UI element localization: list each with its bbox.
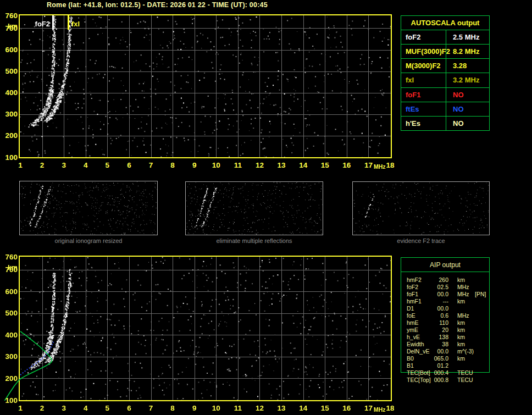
autoscala-param-value: NO [446, 91, 464, 99]
aip-param-name: TEC[Bot] [407, 369, 432, 377]
panel-eliminate-reflections [185, 181, 323, 235]
panel-caption-eliminate: eliminate multiple reflections [185, 237, 323, 244]
aip-param-name: foF1 [407, 291, 432, 298]
aip-param-value: 065.0 [432, 355, 448, 362]
aip-param-value: 38 [432, 341, 448, 348]
x-axis-tick: 14 [296, 161, 311, 169]
autoscala-param-value: 3.2 MHz [446, 76, 479, 84]
y-axis-tick: 600 [0, 46, 18, 54]
panel-caption-evidence: evidence F2 trace [352, 237, 490, 244]
autoscala-row-muf(3000)f2: MUF(3000)F28.2 MHz [401, 45, 489, 59]
aip-param-value: 110 [432, 319, 448, 327]
y-axis-tick: 100 [0, 153, 18, 162]
x-axis-tick: 13 [274, 404, 289, 412]
profile-ionogram-canvas [20, 257, 391, 400]
aip-param-value: 20 [432, 327, 448, 334]
aip-param-unit: km [457, 341, 474, 348]
aip-param-value: 260 [432, 276, 448, 284]
aip-param-unit: km [457, 298, 474, 305]
panel-original-ionogram-canvas [20, 181, 157, 235]
aip-param-unit: km [457, 319, 474, 327]
panel-caption-original: original ionogram resized [19, 237, 158, 244]
aip-param-name: B1 [407, 362, 432, 369]
autoscala-param-value: 8.2 MHz [446, 47, 479, 56]
aip-row-fof2: foF202.5MHz [407, 284, 486, 291]
x-axis-tick: 3 [57, 404, 71, 412]
x-axis-tick: 8 [165, 404, 180, 412]
y-axis-tick: 760 [0, 12, 18, 20]
autoscala-row-h'es: h'EsNO [401, 117, 489, 130]
aip-param-unit: m^(-3) [457, 348, 474, 355]
autoscala-row-fof1: foF1NO [401, 88, 489, 102]
x-axis-tick: 10 [209, 161, 223, 169]
aip-param-unit: TECU [457, 369, 474, 377]
aip-row-yme: ymE20km [407, 327, 486, 334]
aip-param-value: 000.8 [432, 377, 448, 384]
main-ionogram-canvas [20, 15, 391, 157]
aip-row-hmf1: hmF1---km [407, 298, 486, 305]
aip-param-name: ymE [407, 327, 432, 334]
aip-param-name: B0 [407, 355, 432, 362]
aip-table-header: AIP output [401, 261, 489, 269]
aip-table-rows: hmF2260kmfoF202.5MHzfoF100.0MHz[PN]hmF1-… [407, 276, 486, 384]
x-axis-tick: 5 [100, 404, 114, 412]
x-axis-unit-label: MHz [374, 163, 386, 170]
aip-param-name: hmE [407, 319, 432, 327]
y-axis-tick: 200 [0, 131, 18, 140]
panel-eliminate-reflections-canvas [186, 182, 323, 235]
x-axis-unit-label: MHz [374, 406, 386, 413]
aip-param-value: 000.4 [432, 369, 448, 377]
panel-evidence-f2-trace-canvas [353, 182, 489, 235]
autoscala-row-fof2: foF22.5 MHz [401, 30, 489, 45]
x-axis-tick: 14 [296, 404, 311, 412]
autoscala-table-body: foF22.5 MHzMUF(3000)F28.2 MHzM(3000)F23.… [401, 30, 489, 130]
aip-row-tec[bot]: TEC[Bot]000.4TECU [407, 369, 486, 377]
x-axis-tick: 7 [144, 161, 158, 169]
aip-param-unit [457, 362, 474, 369]
x-axis-tick: 16 [340, 404, 354, 412]
y-axis-tick: 200 [0, 374, 18, 383]
aip-param-value: --- [432, 298, 448, 305]
x-axis-tick: 15 [318, 161, 332, 169]
x-axis-tick: 12 [252, 404, 267, 412]
aip-row-deln_ve: DelN_vE00.0m^(-3) [407, 348, 486, 355]
aip-param-name: D1 [407, 305, 432, 312]
aip-param-name: h_vE [407, 334, 432, 341]
profile-ionogram-frame [19, 256, 392, 401]
aip-row-ewidth: Ewidth38km [407, 341, 486, 348]
autoscala-param-label: foF1 [401, 88, 446, 102]
y-axis-tick: 300 [0, 352, 18, 361]
x-axis-tick: 2 [35, 404, 49, 412]
aip-param-unit: km [457, 334, 474, 341]
x-axis-tick: 12 [252, 161, 267, 169]
aip-param-unit: MHz [457, 312, 474, 319]
aip-param-value: 02.5 [432, 284, 448, 291]
aip-param-name: foE [407, 312, 432, 319]
x-axis-tick: 15 [318, 404, 332, 412]
aip-param-name: hmF1 [407, 298, 432, 305]
page-title: Rome (lat: +41.8, lon: 012.5) - DATE: 20… [47, 1, 268, 9]
autoscala-table-header: AUTOSCALA output [401, 16, 489, 30]
aip-param-unit: TECU [457, 377, 474, 384]
aip-param-value: 138 [432, 334, 448, 341]
y-axis-tick: 400 [0, 88, 18, 97]
x-axis-tick: 4 [79, 161, 93, 169]
aip-param-unit [457, 305, 474, 312]
panel-evidence-f2-trace [352, 181, 490, 235]
autoscala-param-value: 2.5 MHz [446, 33, 479, 41]
x-axis-tick: 3 [57, 161, 71, 169]
aip-param-name: Ewidth [407, 341, 432, 348]
autoscala-param-value: 3.28 [446, 62, 467, 70]
x-axis-tick: 11 [231, 161, 245, 169]
y-axis-tick: 600 [0, 287, 18, 296]
aip-row-tec[top]: TEC[Top]000.8TECU [407, 377, 486, 384]
x-axis-tick: 13 [274, 161, 289, 169]
aip-param-name: DelN_vE [407, 348, 432, 355]
y-axis-tick: 300 [0, 110, 18, 118]
y-axis-tick: 500 [0, 309, 18, 317]
x-axis-tick: 5 [100, 161, 114, 169]
autoscala-param-label: MUF(3000)F2 [401, 45, 446, 58]
aip-param-extra: [PN] [475, 291, 486, 298]
x-axis-tick: 11 [231, 404, 245, 412]
aip-row-h_ve: h_vE138km [407, 334, 486, 341]
